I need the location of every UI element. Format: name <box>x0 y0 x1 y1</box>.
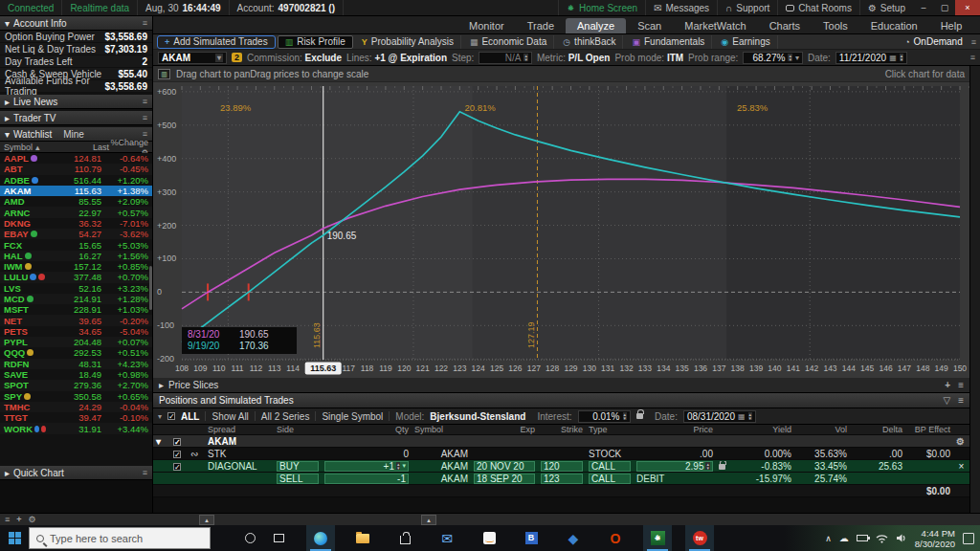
tab-analyze[interactable]: Analyze <box>566 18 626 33</box>
maximize-button[interactable]: ▢ <box>934 0 955 15</box>
type-cell[interactable]: CALL <box>586 461 634 472</box>
watchlist-row-NET[interactable]: NET39.65-0.20% <box>0 315 152 325</box>
risk-profile-plot[interactable]: -200-1000+100+200+300+400+500+6001081091… <box>153 82 969 378</box>
add-panel-icon[interactable]: + <box>16 515 21 524</box>
gear-icon[interactable]: ⚙ <box>953 436 969 447</box>
thinkback-button[interactable]: ◷ thinkBack <box>556 35 623 49</box>
menu-icon[interactable]: ≡ <box>143 468 147 477</box>
watchlist-tab-mine[interactable]: Mine <box>63 129 84 140</box>
qty-cell[interactable]: -1 <box>322 474 412 484</box>
close-button[interactable]: × <box>955 0 980 15</box>
single-symbol-dropdown[interactable]: Single Symbol <box>322 411 383 422</box>
tab-monitor[interactable]: Monitor <box>457 18 516 33</box>
tab-marketwatch[interactable]: MarketWatch <box>673 18 757 33</box>
menu-icon[interactable]: ≡ <box>143 113 147 122</box>
stepper[interactable]: ▴▾ <box>705 462 710 470</box>
mail-button[interactable]: ✉ <box>433 525 461 551</box>
editable-cell[interactable]: CALL <box>589 461 631 472</box>
watchlist-row-AMD[interactable]: AMD85.55+2.09% <box>0 196 152 207</box>
side-cell[interactable]: BUY <box>274 461 322 472</box>
taskbar-clock[interactable]: 4:44 PM 8/30/2020 <box>915 528 955 549</box>
tab-charts[interactable]: Charts <box>758 18 812 33</box>
chevron-down-icon[interactable]: ▾ <box>402 462 406 470</box>
risk-profile-button[interactable]: ▥ Risk Profile <box>278 35 353 49</box>
column-header[interactable]: Delta <box>850 425 905 434</box>
watchlist-row-HAL[interactable]: HAL16.27+1.56% <box>0 251 152 261</box>
watchlist-row-IWM[interactable]: IWM157.12+0.85% <box>0 261 152 272</box>
symbol-input[interactable]: AKAM ▾ <box>158 52 227 64</box>
minimize-button[interactable]: – <box>913 0 934 15</box>
watchlist-row-SPY[interactable]: SPY350.58+0.65% <box>0 391 152 402</box>
tab-education[interactable]: Education <box>859 18 929 33</box>
tab-tools[interactable]: Tools <box>812 18 859 33</box>
watchlist-row-TMHC[interactable]: TMHC24.29-0.04% <box>0 402 152 412</box>
wifi-icon[interactable] <box>876 533 888 543</box>
alert-badge[interactable]: 2 <box>232 53 242 62</box>
start-button[interactable] <box>0 525 29 551</box>
watchlist-row-DKNG[interactable]: DKNG36.32-7.01% <box>0 218 152 229</box>
volume-icon[interactable] <box>896 533 907 543</box>
column-header[interactable]: Strike <box>538 425 586 434</box>
table-cell[interactable] <box>716 461 739 472</box>
menu-icon[interactable]: ≡ <box>958 395 964 406</box>
taskbar-search[interactable]: Type here to search <box>29 527 211 549</box>
all-checkbox[interactable]: ✓ <box>167 412 175 420</box>
column-header[interactable]: BP Effect <box>905 425 953 434</box>
edge-button[interactable] <box>306 525 335 551</box>
column-header[interactable]: Spread <box>205 425 274 434</box>
model-value[interactable]: Bjerksund-Stensland <box>430 411 525 422</box>
interest-input[interactable]: 0.01% ▴▾ <box>578 410 632 423</box>
stepper[interactable]: ▴▾ <box>523 54 528 61</box>
amazon-button[interactable] <box>475 525 503 551</box>
watchlist-row-TTGT[interactable]: TTGT39.47-0.10% <box>0 412 152 423</box>
watchlist-row-PYPL[interactable]: PYPL204.48+0.07% <box>0 337 152 347</box>
calendar-icon[interactable]: ▦ <box>738 412 746 421</box>
chat-rooms-button[interactable]: Chat Rooms <box>777 0 859 15</box>
lock-icon[interactable] <box>636 413 643 419</box>
watchlist-row-RDFN[interactable]: RDFN48.31+4.23% <box>0 359 152 369</box>
editable-cell[interactable]: BUY <box>277 461 319 472</box>
watchlist-row-MCD[interactable]: MCD214.91+1.28% <box>0 294 152 304</box>
column-header[interactable]: Yield <box>739 425 794 434</box>
watchlist-row-AKAM[interactable]: AKAM115.63+1.38% <box>0 186 152 196</box>
office-button[interactable]: O <box>601 525 630 551</box>
watchlist-row-QQQ[interactable]: QQQ292.53+0.51% <box>0 347 152 358</box>
editable-cell[interactable]: 2.95▴▾ <box>636 461 713 472</box>
tray-expand-icon[interactable]: ∧ <box>825 534 832 543</box>
watchlist-row-ADBE[interactable]: ADBE516.44+1.20% <box>0 175 152 186</box>
menu-icon[interactable]: ≡ <box>971 37 976 47</box>
collapse-panel-button[interactable]: ▴ <box>421 515 436 525</box>
position-row-buy[interactable]: ✓DIAGONALBUY+1▴▾▾AKAM20 NOV 20120CALL2.9… <box>153 460 969 473</box>
analysis-date-input[interactable]: 08/31/2020 ▦ ▴▾ <box>683 410 756 423</box>
menu-icon[interactable]: ≡ <box>970 53 975 62</box>
watchlist-row-MSFT[interactable]: MSFT228.91+1.03% <box>0 304 152 315</box>
type-cell[interactable]: STOCK <box>586 449 634 459</box>
earnings-button[interactable]: ◉ Earnings <box>714 35 777 49</box>
editable-cell[interactable]: 123 <box>541 474 583 484</box>
watchlist-row-SAVE[interactable]: SAVE18.49+0.98% <box>0 369 152 380</box>
watchlist-scrollbar[interactable] <box>149 266 152 310</box>
qty-cell[interactable]: 0 <box>322 449 412 459</box>
sort-symbol[interactable]: Symbol▴ <box>4 143 59 152</box>
column-header[interactable]: Qty <box>322 425 412 434</box>
gear-icon[interactable]: ⚙ <box>29 515 36 524</box>
live-news-header[interactable]: ▸ Live News ≡ <box>0 95 152 109</box>
probability-analysis-button[interactable]: Y Probability Analysis <box>355 35 461 49</box>
thinkorswim-button[interactable]: ++ <box>643 525 672 551</box>
expiration-date-input[interactable]: 11/21/2020 ▦ ▴▾ <box>835 52 907 64</box>
economic-data-button[interactable]: ▦ Economic Data <box>463 35 554 49</box>
watchlist-row-LULU[interactable]: LULU377.48+0.70% <box>0 272 152 282</box>
collapse-sidebar-button[interactable]: ▴ <box>199 515 214 525</box>
watchlist-row-ABT[interactable]: ABT110.79-0.45% <box>0 164 152 174</box>
editable-cell[interactable]: SELL <box>277 474 319 484</box>
lines-setting[interactable]: Lines: +1 @ Expiration <box>346 53 447 63</box>
quick-chart-header[interactable]: ▸ Quick Chart ≡ <box>0 466 152 480</box>
table-cell[interactable]: ✓ <box>170 461 188 472</box>
tab-help[interactable]: Help <box>929 18 974 33</box>
position-group-row[interactable]: ▾✓AKAM⚙ <box>153 435 969 448</box>
home-screen-button[interactable]: ++ Home Screen <box>558 0 645 15</box>
support-button[interactable]: ∩ Support <box>717 0 777 15</box>
side-cell[interactable]: SELL <box>274 474 322 484</box>
remove-row-icon[interactable]: × <box>953 461 969 472</box>
onedrive-icon[interactable]: ☁ <box>839 533 849 543</box>
